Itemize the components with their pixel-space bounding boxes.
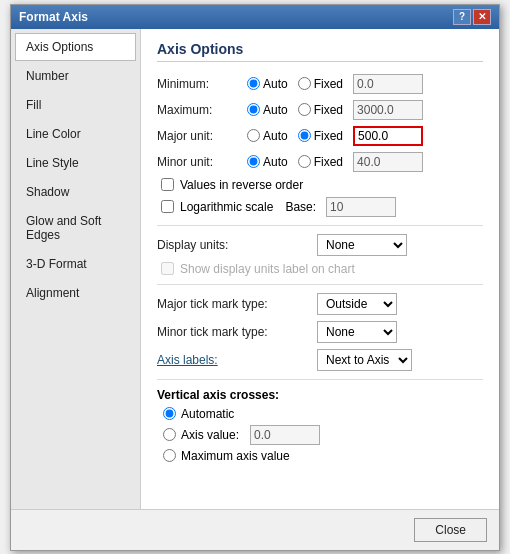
show-display-units-label: Show display units label on chart (180, 262, 355, 276)
major-tick-label: Major tick mark type: (157, 297, 317, 311)
sidebar: Axis Options Number Fill Line Color Line… (11, 29, 141, 509)
sidebar-item-line-color[interactable]: Line Color (15, 120, 136, 148)
divider-1 (157, 225, 483, 226)
major-tick-row: Major tick mark type: Outside None Insid… (157, 293, 483, 315)
log-scale-row: Logarithmic scale Base: (157, 197, 483, 217)
major-unit-value-input[interactable] (353, 126, 423, 146)
minimum-auto-option[interactable]: Auto (247, 77, 288, 91)
maximum-row: Maximum: Auto Fixed (157, 100, 483, 120)
sidebar-item-glow[interactable]: Glow and Soft Edges (15, 207, 136, 249)
major-unit-fixed-option[interactable]: Fixed (298, 129, 343, 143)
log-base-input[interactable] (326, 197, 396, 217)
minimum-fixed-label: Fixed (314, 77, 343, 91)
minor-unit-radio-group: Auto Fixed (247, 152, 423, 172)
maximum-fixed-radio[interactable] (298, 103, 311, 116)
display-units-select[interactable]: None Hundreds Thousands Millions (317, 234, 407, 256)
log-scale-label: Logarithmic scale (180, 200, 273, 214)
sidebar-item-axis-options[interactable]: Axis Options (15, 33, 136, 61)
maximum-value-input[interactable] (353, 100, 423, 120)
minor-unit-value-input[interactable] (353, 152, 423, 172)
major-unit-row: Major unit: Auto Fixed (157, 126, 483, 146)
axis-labels-select[interactable]: Next to Axis None Low High (317, 349, 412, 371)
axis-value-label: Axis value: (181, 428, 239, 442)
minor-tick-row: Minor tick mark type: None Inside Outsid… (157, 321, 483, 343)
maximum-label: Maximum: (157, 103, 247, 117)
minimum-radio-group: Auto Fixed (247, 74, 423, 94)
maximum-auto-option[interactable]: Auto (247, 103, 288, 117)
axis-value-option-row: Axis value: (157, 425, 483, 445)
maximum-fixed-label: Fixed (314, 103, 343, 117)
sidebar-item-3d[interactable]: 3-D Format (15, 250, 136, 278)
major-unit-fixed-label: Fixed (314, 129, 343, 143)
sidebar-item-shadow[interactable]: Shadow (15, 178, 136, 206)
minor-unit-auto-option[interactable]: Auto (247, 155, 288, 169)
dialog-title: Format Axis (19, 10, 88, 24)
close-button[interactable]: Close (414, 518, 487, 542)
maximum-auto-radio[interactable] (247, 103, 260, 116)
major-unit-auto-radio[interactable] (247, 129, 260, 142)
major-unit-fixed-radio[interactable] (298, 129, 311, 142)
major-unit-radio-group: Auto Fixed (247, 126, 423, 146)
sidebar-item-alignment[interactable]: Alignment (15, 279, 136, 307)
minor-tick-label: Minor tick mark type: (157, 325, 317, 339)
sidebar-item-fill[interactable]: Fill (15, 91, 136, 119)
minor-tick-select[interactable]: None Inside Outside Cross (317, 321, 397, 343)
divider-3 (157, 379, 483, 380)
footer: Close (11, 509, 499, 550)
show-display-units-row: Show display units label on chart (157, 262, 483, 276)
automatic-option-row: Automatic (157, 407, 483, 421)
minimum-label: Minimum: (157, 77, 247, 91)
major-unit-label: Major unit: (157, 129, 247, 143)
major-tick-select[interactable]: Outside None Inside Cross (317, 293, 397, 315)
display-units-row: Display units: None Hundreds Thousands M… (157, 234, 483, 256)
sidebar-item-number[interactable]: Number (15, 62, 136, 90)
section-title: Axis Options (157, 41, 483, 62)
title-bar-buttons: ? ✕ (453, 9, 491, 25)
minor-unit-label: Minor unit: (157, 155, 247, 169)
maximum-fixed-option[interactable]: Fixed (298, 103, 343, 117)
minor-unit-auto-label: Auto (263, 155, 288, 169)
format-axis-dialog: Format Axis ? ✕ Axis Options Number Fill… (10, 4, 500, 551)
show-display-units-checkbox[interactable] (161, 262, 174, 275)
values-reverse-row: Values in reverse order (157, 178, 483, 192)
main-content: Axis Options Minimum: Auto Fixed (141, 29, 499, 509)
minimum-auto-radio[interactable] (247, 77, 260, 90)
minor-unit-auto-radio[interactable] (247, 155, 260, 168)
maximum-radio-group: Auto Fixed (247, 100, 423, 120)
axis-value-radio[interactable] (163, 428, 176, 441)
title-bar: Format Axis ? ✕ (11, 5, 499, 29)
max-axis-option-row: Maximum axis value (157, 449, 483, 463)
axis-value-input[interactable] (250, 425, 320, 445)
minimum-fixed-option[interactable]: Fixed (298, 77, 343, 91)
minor-unit-fixed-radio[interactable] (298, 155, 311, 168)
max-axis-radio[interactable] (163, 449, 176, 462)
log-scale-checkbox[interactable] (161, 200, 174, 213)
minor-unit-fixed-option[interactable]: Fixed (298, 155, 343, 169)
values-reverse-checkbox[interactable] (161, 178, 174, 191)
automatic-radio[interactable] (163, 407, 176, 420)
minimum-row: Minimum: Auto Fixed (157, 74, 483, 94)
base-label: Base: (285, 200, 316, 214)
title-close-button[interactable]: ✕ (473, 9, 491, 25)
minimum-auto-label: Auto (263, 77, 288, 91)
dialog-body: Axis Options Number Fill Line Color Line… (11, 29, 499, 509)
divider-2 (157, 284, 483, 285)
display-units-label: Display units: (157, 238, 317, 252)
help-button[interactable]: ? (453, 9, 471, 25)
minor-unit-fixed-label: Fixed (314, 155, 343, 169)
minimum-value-input[interactable] (353, 74, 423, 94)
major-unit-auto-option[interactable]: Auto (247, 129, 288, 143)
minimum-fixed-radio[interactable] (298, 77, 311, 90)
sidebar-item-line-style[interactable]: Line Style (15, 149, 136, 177)
major-unit-auto-label: Auto (263, 129, 288, 143)
max-axis-label: Maximum axis value (181, 449, 290, 463)
automatic-label: Automatic (181, 407, 234, 421)
axis-labels-row: Axis labels: Next to Axis None Low High (157, 349, 483, 371)
values-reverse-label: Values in reverse order (180, 178, 303, 192)
vertical-axis-crosses-title: Vertical axis crosses: (157, 388, 483, 402)
maximum-auto-label: Auto (263, 103, 288, 117)
minor-unit-row: Minor unit: Auto Fixed (157, 152, 483, 172)
axis-labels-label: Axis labels: (157, 353, 317, 367)
